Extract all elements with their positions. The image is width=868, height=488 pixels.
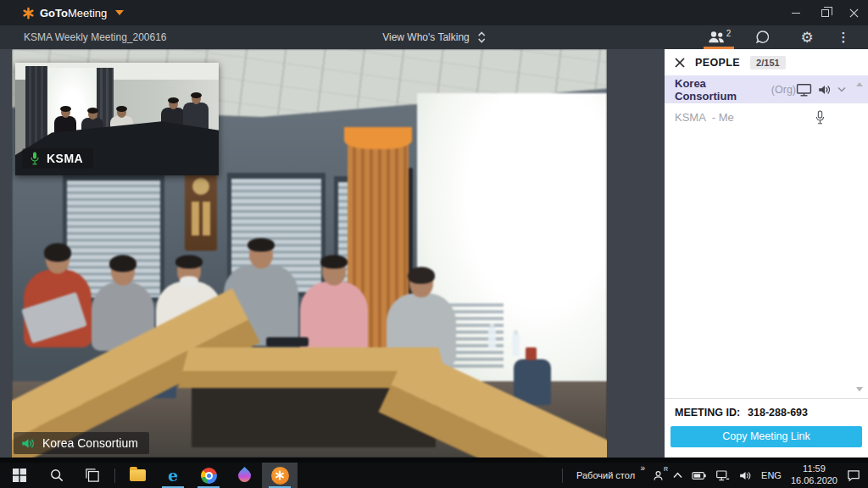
restore-icon xyxy=(821,9,829,17)
gear-icon: ⚙ xyxy=(800,29,813,47)
language-indicator[interactable]: ENG xyxy=(761,470,782,480)
search-icon xyxy=(50,469,64,482)
minimize-button[interactable] xyxy=(782,0,810,25)
gotomeeting-taskbar-button[interactable] xyxy=(262,463,298,488)
close-panel-button[interactable] xyxy=(675,58,685,68)
sort-chevrons-icon xyxy=(477,31,486,43)
app-menu-button[interactable]: GoToMeeting xyxy=(22,7,124,19)
pip-name-label: KSMA xyxy=(47,152,83,165)
people-panel: PEOPLE 2/151 Korea Consortium (Org) xyxy=(665,49,868,458)
microphone-icon xyxy=(30,152,40,165)
meeting-toolbar: KSMA Weekly Meeting_200616 View Who's Ta… xyxy=(0,25,868,49)
edge-button[interactable]: e xyxy=(155,463,191,488)
more-options-button[interactable]: ⋮ xyxy=(829,25,858,49)
copy-meeting-link-button[interactable]: Copy Meeting Link xyxy=(670,426,862,447)
hidden-icons-button[interactable] xyxy=(673,472,682,479)
main-video: KSMA Korea Consortium xyxy=(12,49,607,458)
scroll-up-arrow[interactable] xyxy=(856,82,863,86)
desktop-label: Рабочий стол xyxy=(576,470,635,480)
restore-button[interactable] xyxy=(810,0,839,25)
participant-role-label: (Org) xyxy=(771,84,796,96)
system-tray: Рабочий стол » R xyxy=(558,463,868,487)
gotomeeting-window: GoToMeeting KSMA Weekly Meeting_200616 V… xyxy=(0,0,868,488)
taskbar-search-button[interactable] xyxy=(39,463,75,488)
gotomeeting-icon xyxy=(271,467,289,485)
participant-name: KSMA xyxy=(675,111,706,124)
screen-share-icon[interactable] xyxy=(796,83,812,97)
speaker-icon xyxy=(21,437,36,450)
meeting-id-footer: MEETING ID: 318-288-693 Copy Meeting Lin… xyxy=(665,398,868,458)
window-controls xyxy=(782,0,868,25)
title-bar: GoToMeeting xyxy=(0,0,868,25)
meeting-id-value: 318-288-693 xyxy=(748,407,808,419)
people-panel-button[interactable]: 2 xyxy=(697,25,741,49)
mic-status[interactable] xyxy=(815,110,826,125)
gotomeeting-logo-icon xyxy=(22,7,35,19)
start-button[interactable] xyxy=(0,463,39,488)
close-button[interactable] xyxy=(839,0,868,25)
people-icon xyxy=(708,30,726,44)
vertical-ellipsis-icon: ⋮ xyxy=(837,30,850,45)
people-bar-button[interactable]: R xyxy=(653,470,664,481)
person-icon xyxy=(653,470,664,481)
windows-taskbar: e Рабочий стол » R xyxy=(0,463,868,488)
toolbar-overflow-chevrons: » xyxy=(641,463,646,473)
desktop-toolbar-button[interactable]: Рабочий стол » xyxy=(576,470,643,480)
color-drop-icon xyxy=(235,466,253,484)
participant-row-icons xyxy=(796,83,846,97)
chrome-button[interactable] xyxy=(191,463,226,488)
minimize-icon xyxy=(792,13,800,14)
people-panel-title: PEOPLE xyxy=(695,57,740,69)
meeting-id-line: MEETING ID: 318-288-693 xyxy=(670,407,862,426)
participant-row-korea-consortium[interactable]: Korea Consortium (Org) xyxy=(665,75,868,103)
participant-me-label: - Me xyxy=(712,111,734,124)
speaker-icon xyxy=(739,470,752,481)
windows-logo-icon xyxy=(13,469,26,482)
chevron-up-icon xyxy=(673,472,682,479)
attendee-count-badge: 2/151 xyxy=(750,56,786,69)
meeting-id-label: MEETING ID: xyxy=(675,407,740,419)
active-speaker-name: Korea Consortium xyxy=(42,436,138,450)
pip-name-badge: KSMA xyxy=(22,148,93,169)
people-count-badge: 2 xyxy=(726,29,732,38)
settings-button[interactable]: ⚙ xyxy=(785,25,829,49)
microphone-icon xyxy=(815,110,826,125)
clock[interactable]: 11:5916.06.2020 xyxy=(791,463,837,487)
participant-row-ksma[interactable]: KSMA - Me xyxy=(665,103,868,131)
chrome-icon xyxy=(201,468,217,484)
tray-separator xyxy=(562,469,563,483)
close-icon xyxy=(675,58,685,68)
pip-self-video[interactable]: KSMA xyxy=(15,63,219,175)
battery-status[interactable] xyxy=(692,471,706,480)
chat-button[interactable] xyxy=(741,25,785,49)
ethernet-icon xyxy=(715,470,730,481)
notification-icon xyxy=(847,469,860,482)
participant-name: Korea Consortium xyxy=(675,77,766,103)
people-panel-header: PEOPLE 2/151 xyxy=(665,49,868,75)
scroll-down-arrow[interactable] xyxy=(856,387,863,391)
edge-icon: e xyxy=(168,466,178,485)
time: 11:59 xyxy=(803,463,826,474)
close-icon xyxy=(849,8,859,18)
audio-on-icon[interactable] xyxy=(818,84,832,96)
chevron-down-icon xyxy=(115,10,124,15)
network-status[interactable] xyxy=(715,470,730,481)
folder-icon xyxy=(130,469,146,481)
battery-icon xyxy=(692,471,706,480)
volume-status[interactable] xyxy=(739,470,752,481)
task-view-button[interactable] xyxy=(75,463,110,488)
meeting-title: KSMA Weekly Meeting_200616 xyxy=(24,31,167,43)
active-speaker-badge: Korea Consortium xyxy=(14,432,149,454)
chevron-down-icon[interactable] xyxy=(837,86,846,92)
taskbar-separator xyxy=(114,469,115,483)
view-whos-talking-label: View Who's Talking xyxy=(382,31,470,43)
paint3d-button[interactable] xyxy=(226,463,262,488)
view-whos-talking-dropdown[interactable]: View Who's Talking xyxy=(382,31,486,43)
file-explorer-button[interactable] xyxy=(120,463,155,488)
task-view-icon xyxy=(86,469,99,482)
people-bar-superscript: R xyxy=(664,466,668,472)
action-center-button[interactable] xyxy=(847,469,860,482)
chat-bubble-icon xyxy=(755,30,771,45)
app-title: GoToMeeting xyxy=(40,7,107,19)
participant-list: Korea Consortium (Org) xyxy=(665,75,868,398)
